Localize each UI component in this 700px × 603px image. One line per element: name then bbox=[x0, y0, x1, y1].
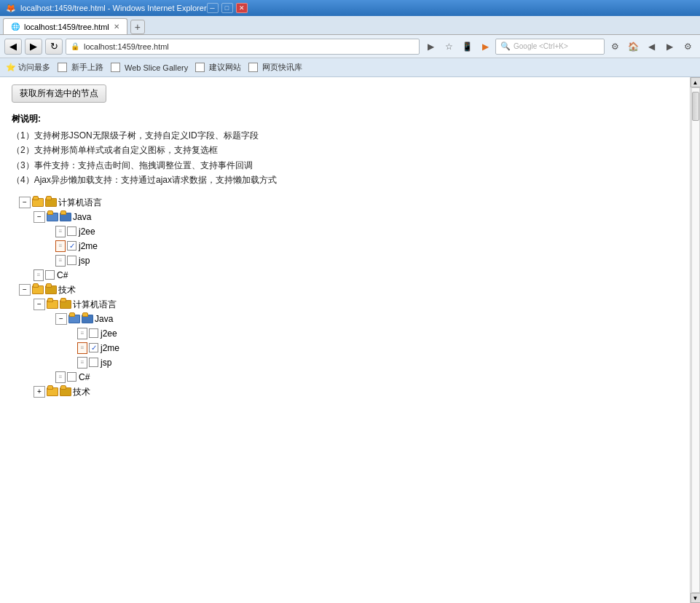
page-icon-jsp-1 bbox=[55, 255, 66, 267]
checkbox-csharp-2[interactable] bbox=[67, 372, 76, 382]
node-label-j2me-1[interactable]: j2me bbox=[79, 239, 98, 253]
vertical-scrollbar[interactable]: ▲ ▼ bbox=[690, 77, 700, 603]
folder-icon-n2 bbox=[32, 285, 44, 294]
bookmark-newhand-checkbox[interactable] bbox=[58, 63, 67, 72]
tree-desc-4: （4）Ajax异步懒加载支持：支持通过ajax请求数据，支持懒加载方式 bbox=[12, 173, 678, 187]
tree-node-j2me-1: ✓ j2me bbox=[55, 239, 678, 253]
close-button[interactable]: ✕ bbox=[236, 3, 248, 13]
go-button[interactable]: ▶ bbox=[422, 39, 439, 55]
bookmark-newslib-checkbox[interactable] bbox=[248, 63, 258, 72]
tab-close-button[interactable]: ✕ bbox=[114, 23, 119, 31]
tree-area: − 计算机语言 − Java j2ee ✓ j bbox=[12, 195, 678, 596]
expander-n1_1[interactable]: − bbox=[34, 211, 45, 223]
search-bar[interactable]: 🔍 Google <Ctrl+K> bbox=[495, 39, 605, 55]
checkbox-jsp-1[interactable] bbox=[67, 256, 76, 265]
node-label-j2ee-2[interactable]: j2ee bbox=[101, 326, 117, 341]
page-icon-csharp-1 bbox=[34, 269, 44, 281]
node-label-n2[interactable]: 技术 bbox=[58, 283, 76, 297]
checkbox-j2me-2[interactable]: ✓ bbox=[89, 343, 98, 352]
back-button[interactable]: ◀ bbox=[4, 39, 22, 55]
expander-n2_1[interactable]: − bbox=[34, 299, 45, 310]
refresh-button[interactable]: ↻ bbox=[45, 39, 63, 55]
node-label-j2ee-1[interactable]: j2ee bbox=[79, 224, 95, 239]
get-checked-nodes-button[interactable]: 获取所有选中的节点 bbox=[12, 84, 106, 103]
checkbox-j2me-1[interactable]: ✓ bbox=[67, 241, 76, 251]
minimize-button[interactable]: ─ bbox=[207, 3, 219, 13]
page-icon-csharp-2 bbox=[55, 371, 66, 383]
tab-bar: 🌐 localhost:1459/tree.html ✕ + bbox=[0, 16, 700, 35]
maximize-button[interactable]: □ bbox=[221, 3, 233, 13]
active-tab[interactable]: 🌐 localhost:1459/tree.html ✕ bbox=[3, 18, 127, 34]
bookmark-webslice[interactable]: Web Slice Gallery bbox=[111, 63, 188, 72]
scroll-track[interactable] bbox=[691, 87, 700, 593]
content-area: 获取所有选中的节点 树说明: （1）支持树形JSON无限级子树，支持自定义ID字… bbox=[0, 77, 700, 603]
bookmark-fav-label: 访问最多 bbox=[18, 62, 50, 73]
folder-icon-java-1 bbox=[47, 213, 58, 221]
node-label-java-2[interactable]: Java bbox=[95, 312, 113, 326]
forward-button[interactable]: ▶ bbox=[25, 39, 42, 55]
expander-n2[interactable]: − bbox=[19, 284, 31, 296]
page-icon-j2ee-1 bbox=[55, 226, 66, 237]
expander-n2_2[interactable]: + bbox=[34, 386, 45, 398]
node-label-java-1[interactable]: Java bbox=[73, 210, 91, 224]
tree-node-csharp-2: C# bbox=[55, 370, 678, 385]
tools-button[interactable]: ⚙ bbox=[607, 39, 623, 55]
bookmark-suggest[interactable]: 建议网站 bbox=[195, 62, 241, 73]
bookmark-newslib[interactable]: 网页快讯库 bbox=[248, 62, 302, 73]
folder-icon-n2_2 bbox=[47, 387, 58, 396]
tree-node-tech-2: + 技术 bbox=[34, 385, 678, 399]
new-tab-button[interactable]: + bbox=[130, 20, 145, 34]
node-label-csharp-1[interactable]: C# bbox=[57, 268, 68, 283]
tree-node-computer-lang-2: − 计算机语言 bbox=[34, 297, 678, 312]
folder-icon-n2-inner bbox=[45, 285, 57, 294]
folder-icon-n1-inner bbox=[45, 198, 57, 207]
tree-node-j2ee-2: j2ee bbox=[77, 326, 678, 341]
checkbox-j2ee-2[interactable] bbox=[89, 328, 98, 338]
node-label-csharp-2[interactable]: C# bbox=[79, 370, 90, 385]
tree-node-j2ee-1: j2ee bbox=[55, 224, 678, 239]
bookmark-webslice-checkbox[interactable] bbox=[111, 63, 120, 72]
node-label-n2_1[interactable]: 计算机语言 bbox=[73, 297, 117, 312]
search-placeholder: Google <Ctrl+K> bbox=[514, 42, 568, 50]
home-button[interactable]: 🏠 bbox=[625, 39, 641, 55]
search-engine-icon: 🔍 bbox=[500, 42, 511, 51]
node-label-n2_2[interactable]: 技术 bbox=[73, 385, 90, 399]
title-text: localhost:1459/tree.html - Windows Inter… bbox=[20, 4, 207, 12]
tree-node-tech-1: − 技术 bbox=[12, 283, 678, 297]
scroll-thumb[interactable] bbox=[692, 92, 699, 121]
bookmark-fav[interactable]: ⭐ 访问最多 bbox=[6, 62, 50, 73]
rss-button[interactable]: ▶ bbox=[477, 39, 493, 55]
folder-icon-n2_1-inner bbox=[60, 300, 71, 309]
bookmark-webslice-label: Web Slice Gallery bbox=[125, 63, 188, 72]
node-label-jsp-1[interactable]: jsp bbox=[79, 253, 90, 268]
prev-page-button[interactable]: ◀ bbox=[643, 39, 659, 55]
window-controls[interactable]: ─ □ ✕ bbox=[207, 3, 248, 13]
scroll-up-button[interactable]: ▲ bbox=[691, 77, 701, 87]
folder-icon-n2_2-inner bbox=[60, 387, 71, 396]
node-label-n1[interactable]: 计算机语言 bbox=[58, 195, 102, 210]
address-lock-icon: 🔒 bbox=[71, 42, 79, 50]
scroll-down-button[interactable]: ▼ bbox=[691, 593, 701, 603]
tree-desc-3: （3）事件支持：支持点击时间、拖拽调整位置、支持事件回调 bbox=[12, 158, 678, 173]
expander-n1[interactable]: − bbox=[19, 197, 31, 208]
folder-icon-java-1-inner bbox=[60, 213, 71, 221]
tree-description: 树说明: （1）支持树形JSON无限级子树，支持自定义ID字段、标题字段 （2）… bbox=[12, 113, 678, 188]
settings-button[interactable]: ⚙ bbox=[680, 39, 696, 55]
address-bar[interactable]: 🔒 localhost:1459/tree.html bbox=[66, 39, 420, 55]
bookmark-newhand[interactable]: 新手上路 bbox=[58, 62, 103, 73]
checkbox-csharp-1[interactable] bbox=[45, 270, 55, 280]
tree-node-csharp-1: C# bbox=[34, 268, 678, 283]
tree-node-jsp-1: jsp bbox=[55, 253, 678, 268]
star-icon: ⭐ bbox=[6, 63, 16, 72]
checkbox-jsp-2[interactable] bbox=[89, 358, 98, 367]
checkbox-j2ee-1[interactable] bbox=[67, 226, 76, 236]
star-button[interactable]: ☆ bbox=[441, 39, 457, 55]
tree-desc-2: （2）支持树形简单样式或者自定义图标，支持复选框 bbox=[12, 143, 678, 157]
expander-n2_1_1[interactable]: − bbox=[55, 313, 67, 325]
page-icon-jsp-2 bbox=[77, 357, 87, 368]
folder-icon-java-2 bbox=[68, 315, 80, 323]
node-label-jsp-2[interactable]: jsp bbox=[101, 355, 111, 370]
node-label-j2me-2[interactable]: j2me bbox=[101, 341, 119, 355]
bookmark-suggest-checkbox[interactable] bbox=[195, 63, 205, 72]
next-page-button[interactable]: ▶ bbox=[661, 39, 677, 55]
